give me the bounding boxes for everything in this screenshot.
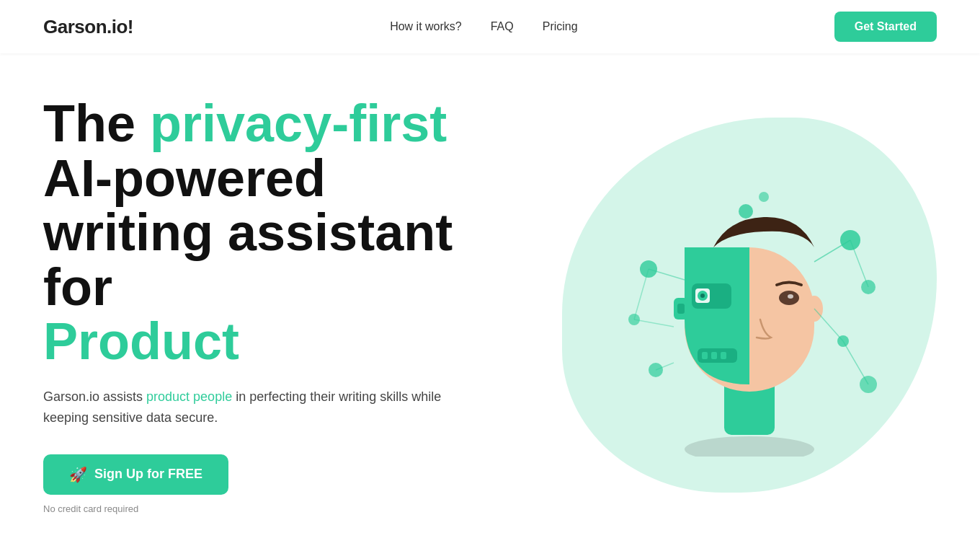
nav-link-how-it-works[interactable]: How it works?: [390, 20, 462, 33]
hero-title-word: Product: [43, 312, 239, 370]
sign-up-button[interactable]: 🚀 Sign Up for FREE: [43, 454, 228, 495]
rocket-icon: 🚀: [69, 466, 87, 483]
hero-illustration: [562, 118, 937, 493]
hero-title-part1: The: [43, 94, 150, 152]
svg-rect-11: [711, 352, 717, 359]
svg-rect-12: [721, 352, 726, 359]
sign-up-label: Sign Up for FREE: [94, 467, 202, 482]
svg-point-14: [788, 294, 793, 299]
hero-title-part2: AI-powered writing assistant for: [43, 149, 453, 316]
svg-line-21: [850, 240, 868, 287]
ai-face-illustration: [612, 154, 886, 457]
svg-rect-8: [677, 304, 685, 314]
nav-logo[interactable]: Garson.io!: [43, 16, 133, 38]
hero-title-accent: privacy-first: [150, 94, 447, 152]
svg-line-23: [843, 341, 868, 384]
hero-desc-link[interactable]: product people: [146, 389, 232, 404]
svg-line-29: [634, 319, 674, 327]
svg-point-6: [700, 294, 705, 298]
hero-description: Garson.io assists product people in perf…: [43, 387, 476, 428]
nav-link-faq[interactable]: FAQ: [491, 20, 514, 33]
svg-rect-10: [702, 352, 708, 359]
hero-svg-wrap: [562, 118, 937, 493]
svg-point-32: [759, 192, 769, 202]
navbar: Garson.io! How it works? FAQ Pricing Get…: [0, 0, 980, 53]
svg-point-31: [739, 204, 753, 219]
nav-link-pricing[interactable]: Pricing: [543, 20, 578, 33]
hero-title: The privacy-first AI-powered writing ass…: [43, 97, 476, 369]
hero-desc-part1: Garson.io assists: [43, 389, 146, 404]
hero-text: The privacy-first AI-powered writing ass…: [43, 97, 476, 514]
svg-line-28: [634, 269, 649, 319]
get-started-button[interactable]: Get Started: [834, 12, 937, 42]
hero-section: The privacy-first AI-powered writing ass…: [0, 53, 980, 543]
svg-line-20: [814, 240, 850, 262]
svg-line-22: [814, 309, 843, 341]
no-credit-card-text: No credit card required: [43, 503, 476, 514]
svg-point-0: [685, 436, 814, 457]
nav-links: How it works? FAQ Pricing: [390, 20, 578, 33]
